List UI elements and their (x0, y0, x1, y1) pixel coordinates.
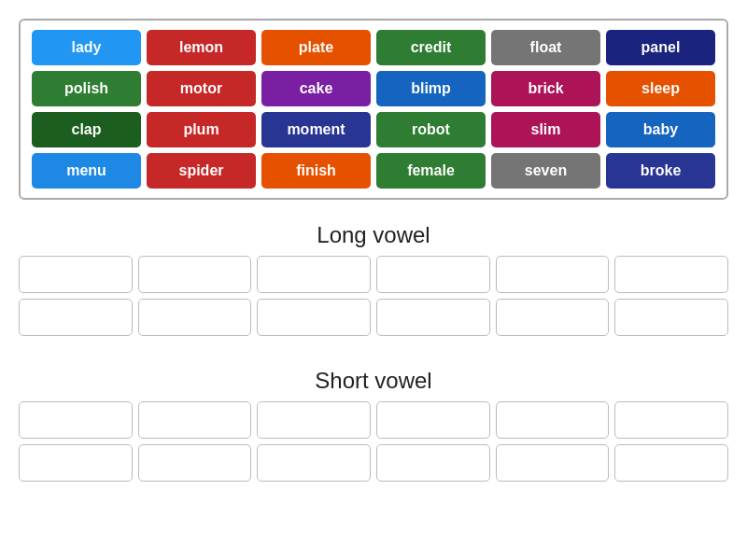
word-tile[interactable]: blimp (376, 71, 486, 106)
word-tile[interactable]: finish (261, 153, 371, 189)
word-tile[interactable]: sleep (606, 71, 715, 106)
drop-cell[interactable] (257, 299, 371, 336)
section-title: Long vowel (19, 222, 728, 248)
drop-cell[interactable] (138, 256, 252, 293)
drop-cell[interactable] (257, 256, 371, 293)
word-tile[interactable]: baby (606, 112, 715, 147)
drop-row (19, 256, 728, 293)
word-tile[interactable]: lady (32, 30, 141, 65)
drop-cell[interactable] (496, 299, 610, 336)
section-title: Short vowel (19, 368, 728, 394)
word-tile[interactable]: robot (376, 112, 486, 147)
drop-cell[interactable] (376, 256, 490, 293)
word-tile[interactable]: slim (491, 112, 600, 147)
drop-cell[interactable] (19, 401, 133, 439)
word-tile[interactable]: polish (32, 71, 141, 106)
drop-cell[interactable] (614, 256, 728, 293)
drop-cell[interactable] (138, 444, 252, 482)
word-tile[interactable]: motor (147, 71, 256, 106)
word-tile[interactable]: plum (147, 112, 256, 147)
word-tile[interactable]: credit (376, 30, 486, 65)
drop-row (19, 444, 728, 482)
word-tile[interactable]: cake (261, 71, 371, 106)
drop-cell[interactable] (614, 401, 728, 439)
word-tile[interactable]: clap (32, 112, 141, 147)
drop-row (19, 299, 728, 336)
drop-cell[interactable] (257, 401, 371, 439)
drop-cell[interactable] (496, 401, 610, 439)
word-tile[interactable]: float (491, 30, 600, 65)
word-tile[interactable]: panel (606, 30, 715, 65)
drop-cell[interactable] (19, 256, 133, 293)
section-block: Short vowel (19, 368, 728, 487)
drop-cell[interactable] (376, 299, 490, 336)
word-tile[interactable]: lemon (147, 30, 256, 65)
word-tile[interactable]: female (376, 153, 486, 189)
drop-row (19, 401, 728, 439)
drop-cell[interactable] (496, 444, 610, 482)
drop-cell[interactable] (138, 299, 252, 336)
drop-cell[interactable] (138, 401, 252, 439)
drop-cell[interactable] (376, 401, 490, 439)
section-block: Long vowel (19, 222, 728, 342)
word-bank: ladylemonplatecreditfloatpanelpolishmoto… (19, 19, 728, 200)
word-tile[interactable]: menu (32, 153, 141, 189)
sections-container: Long vowelShort vowel (19, 222, 728, 504)
word-tile[interactable]: broke (606, 153, 715, 189)
drop-cell[interactable] (614, 444, 728, 482)
drop-cell[interactable] (257, 444, 371, 482)
drop-cell[interactable] (614, 299, 728, 336)
word-tile[interactable]: spider (147, 153, 256, 189)
drop-cell[interactable] (496, 256, 610, 293)
word-tile[interactable]: plate (261, 30, 371, 65)
drop-cell[interactable] (19, 299, 133, 336)
drop-cell[interactable] (376, 444, 490, 482)
drop-cell[interactable] (19, 444, 133, 482)
word-tile[interactable]: brick (491, 71, 600, 106)
word-tile[interactable]: moment (261, 112, 371, 147)
word-tile[interactable]: seven (491, 153, 600, 189)
